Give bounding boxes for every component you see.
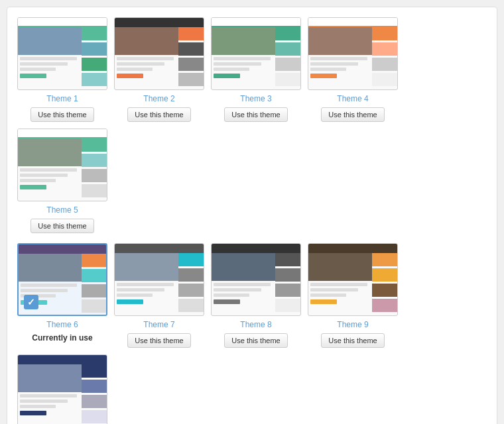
use-theme-button-3[interactable]: Use this theme xyxy=(224,107,287,122)
theme-name-6[interactable]: Theme 6 xyxy=(46,320,78,329)
theme-preview-1[interactable] xyxy=(17,17,107,90)
theme-preview-7[interactable] xyxy=(114,243,204,316)
theme-item-1: Theme 1Use this theme xyxy=(17,17,107,122)
theme-name-5[interactable]: Theme 5 xyxy=(46,205,78,215)
page-wrapper: Theme 1Use this theme Theme 2Us xyxy=(0,0,504,424)
theme-name-7[interactable]: Theme 7 xyxy=(143,320,174,329)
theme-item-7: Theme 7Use this theme xyxy=(114,243,204,348)
theme-name-2[interactable]: Theme 2 xyxy=(143,94,174,103)
use-theme-button-8[interactable]: Use this theme xyxy=(224,333,287,348)
theme-preview-10[interactable] xyxy=(17,354,107,424)
theme-item-8: Theme 8Use this theme xyxy=(211,243,301,348)
theme-name-1[interactable]: Theme 1 xyxy=(46,94,78,103)
theme-preview-4[interactable] xyxy=(308,17,398,90)
theme-preview-6[interactable]: ✓ xyxy=(17,243,107,316)
theme-preview-5[interactable] xyxy=(17,129,107,201)
theme-preview-8[interactable] xyxy=(211,243,301,316)
themes-container: Theme 1Use this theme Theme 2Us xyxy=(7,7,497,424)
theme-item-6: ✓ Theme 6Currently in use xyxy=(17,243,107,348)
theme-item-2: Theme 2Use this theme xyxy=(114,17,204,122)
theme-item-4: Theme 4Use this theme xyxy=(308,17,398,122)
theme-item-3: Theme 3Use this theme xyxy=(211,17,301,122)
theme-preview-2[interactable] xyxy=(114,17,204,90)
themes-row-2: ✓ Theme 6Currently in use xyxy=(17,243,487,424)
theme-name-8[interactable]: Theme 8 xyxy=(240,320,271,329)
use-theme-button-2[interactable]: Use this theme xyxy=(127,107,190,122)
themes-row-1: Theme 1Use this theme Theme 2Us xyxy=(17,17,487,233)
use-theme-button-9[interactable]: Use this theme xyxy=(321,333,384,348)
use-theme-button-7[interactable]: Use this theme xyxy=(127,333,190,348)
theme-preview-9[interactable] xyxy=(308,243,398,316)
theme-preview-3[interactable] xyxy=(211,17,301,90)
theme-name-4[interactable]: Theme 4 xyxy=(337,94,368,103)
use-theme-button-5[interactable]: Use this theme xyxy=(31,219,94,233)
theme-item-5: Theme 5Use this theme xyxy=(17,129,107,233)
use-theme-button-1[interactable]: Use this theme xyxy=(31,107,94,122)
theme-item-9: Theme 9Use this theme xyxy=(308,243,398,348)
theme-name-3[interactable]: Theme 3 xyxy=(240,94,271,103)
use-theme-button-4[interactable]: Use this theme xyxy=(321,107,384,122)
theme-item-10: Theme 10Use this theme xyxy=(17,354,107,424)
theme-in-use-label-6: Currently in use xyxy=(32,333,92,343)
active-checkmark: ✓ xyxy=(24,295,38,309)
theme-name-9[interactable]: Theme 9 xyxy=(337,320,368,329)
